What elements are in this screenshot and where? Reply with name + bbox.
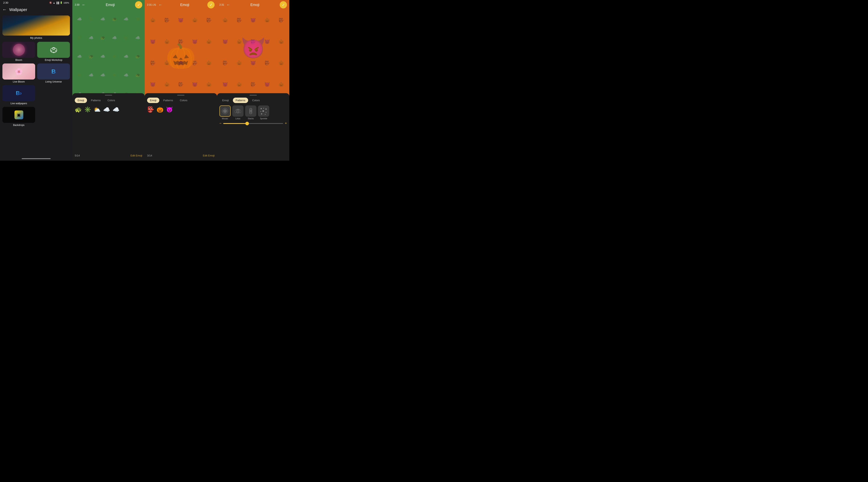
backdrops-item[interactable]: ▣ Backdrops: [2, 107, 35, 127]
wallpaper-row-2: 🌸 Live Bloom B Living Universe: [2, 63, 70, 83]
tab-patterns-4[interactable]: Patterns: [233, 98, 248, 103]
tab-emoji-3[interactable]: Emoji: [147, 98, 159, 103]
edit-emoji-3[interactable]: Edit Emoji: [203, 154, 215, 157]
size-slider: − +: [219, 121, 287, 126]
emoji-cloud3[interactable]: ☁️: [113, 106, 120, 113]
live-bloom-item[interactable]: 🌸 Live Bloom: [2, 63, 35, 83]
back-btn-4[interactable]: ←: [226, 3, 230, 7]
top-bar-1: ← Wallpaper: [0, 5, 72, 14]
living-universe-item[interactable]: B Living Universe: [37, 63, 70, 83]
back-btn-2[interactable]: ←: [82, 3, 85, 7]
emoji-devil[interactable]: 👿: [166, 106, 173, 113]
live-bloom-thumb[interactable]: 🌸: [2, 63, 35, 79]
turtle-svg: [49, 46, 59, 54]
bottom-sheet-2: Emoji Patterns Colors 🐢 ✳️ ⛅ ☁️ ☁️ 5/14 …: [72, 93, 145, 161]
svg-point-6: [54, 48, 55, 49]
tab-colors-4[interactable]: Colors: [249, 98, 262, 103]
wallpaper-row-1: Bloom Emoji Workshop: [2, 42, 70, 61]
tab-row-3: Emoji Patterns Colors: [147, 98, 215, 103]
pattern-lotus[interactable]: Lotus: [232, 105, 244, 120]
back-button-1[interactable]: ←: [2, 7, 7, 12]
svg-point-22: [260, 108, 262, 109]
stacks-svg: [246, 107, 255, 116]
large-pumpkin: 🎃: [166, 42, 196, 70]
pattern-mosaic[interactable]: Mosaic: [219, 105, 231, 120]
tab-colors-3[interactable]: Colors: [177, 98, 190, 103]
emoji-cloud1[interactable]: ⛅: [94, 106, 101, 113]
emoji-goblin[interactable]: 👺: [147, 106, 154, 113]
bloom-label: Bloom: [15, 59, 22, 61]
wallpaper-grid: My photos Bloom: [0, 14, 72, 157]
pattern-sprinkle[interactable]: Sprinkle: [258, 105, 269, 120]
emoji-turtle[interactable]: 🐢: [75, 106, 82, 113]
emoji-workshop-item[interactable]: Emoji Workshop: [37, 42, 70, 61]
bloom-item[interactable]: Bloom: [2, 42, 35, 61]
wallpaper-row-3: B› Live wallpapers: [2, 85, 70, 105]
sheet-footer-3: 3/14 Edit Emoji: [147, 153, 215, 159]
slider-track[interactable]: [223, 123, 283, 124]
edit-emoji-2[interactable]: Edit Emoji: [130, 154, 142, 157]
live-wallpapers-thumb[interactable]: B›: [2, 85, 35, 101]
sheet-handle-2: [105, 95, 112, 96]
lte-label: LTE: [153, 4, 156, 6]
check-button-3[interactable]: ✓: [207, 1, 215, 8]
sprinkle-thumb[interactable]: [258, 105, 269, 117]
back-btn-3[interactable]: ←: [158, 3, 162, 7]
lotus-thumb[interactable]: [232, 105, 244, 117]
emoji-count-3: 3/14: [147, 154, 152, 157]
slider-thumb[interactable]: [245, 122, 249, 125]
page-title-1: Wallpaper: [9, 7, 27, 12]
backdrops-label: Backdrops: [13, 124, 25, 127]
check-button-2[interactable]: ✓: [135, 1, 142, 8]
my-photos-section[interactable]: My photos: [2, 15, 70, 39]
bottom-sheet-4: Emoji Patterns Colors Mosaic: [217, 93, 289, 161]
wallpaper-row-4: ▣ Backdrops: [2, 107, 70, 127]
emoji-workshop-thumb[interactable]: [37, 42, 70, 58]
svg-point-5: [53, 48, 53, 49]
tab-patterns-2[interactable]: Patterns: [88, 98, 103, 103]
lotus-label: Lotus: [236, 118, 240, 120]
living-universe-thumb[interactable]: B: [37, 63, 70, 79]
emoji-sparkle[interactable]: ✳️: [84, 106, 91, 113]
mute-icon: 🔇: [49, 1, 52, 4]
check-button-4[interactable]: ✓: [280, 1, 287, 8]
svg-point-23: [263, 108, 264, 109]
panel-title-3: Emoji: [162, 3, 207, 7]
svg-point-2: [51, 51, 52, 52]
emoji-pumpkin[interactable]: 🎃: [157, 106, 163, 113]
battery-icon: 🔋: [60, 1, 63, 4]
living-universe-label: Living Universe: [45, 80, 62, 83]
panel-title-4: Emoji: [230, 3, 280, 7]
emoji-orange-panel-1: 🎃 👺 👿 🎃 👺 👿 🎃 👺 👿 🎃 👺 🎃 👿 👺 🎃 👿 🎃 👺 👿 🎃 …: [145, 0, 217, 161]
emoji-picker-3: 👺 🎃 👿: [147, 105, 215, 114]
slider-plus[interactable]: +: [285, 121, 287, 126]
emoji-count-2: 5/14: [75, 154, 80, 157]
slider-minus[interactable]: −: [219, 121, 222, 126]
svg-rect-13: [234, 107, 242, 115]
pattern-stacks[interactable]: Stacks: [245, 105, 256, 120]
bloom-thumb[interactable]: [2, 42, 35, 58]
my-photos-thumb[interactable]: [2, 15, 70, 36]
time-2: 2:30: [75, 3, 80, 6]
tab-emoji-2[interactable]: Emoji: [75, 98, 87, 103]
battery-percent: 100%: [63, 2, 69, 4]
bloom-flower: [13, 44, 25, 56]
svg-point-28: [261, 113, 262, 115]
emoji-orange-panel-2: 🎃 👺 👿 🎃 👺 👿 🎃 👺 👿 🎃 👺 🎃 👿 👺 🎃 👿 🎃 👺 👿 🎃 …: [217, 0, 289, 161]
my-photos-preview: [2, 15, 70, 36]
panel-title-2: Emoji: [85, 3, 135, 7]
emoji-cloud2[interactable]: ☁️: [103, 106, 110, 113]
stacks-thumb[interactable]: [245, 105, 256, 117]
live-bloom-label: Live Bloom: [13, 80, 25, 83]
bottom-sheet-3: Emoji Patterns Colors 👺 🎃 👿 3/14 Edit Em…: [145, 93, 217, 161]
wallpaper-list-panel: 2:30 🔇 ▲ ▐▐ 🔋 100% ← Wallpaper My photos: [0, 0, 72, 161]
live-wallpapers-item[interactable]: B› Live wallpapers: [2, 85, 35, 105]
mosaic-thumb[interactable]: [219, 105, 231, 117]
tab-colors-2[interactable]: Colors: [105, 98, 118, 103]
emoji-green-panel: ☁️ ✳️ ☁️ 🐢 ☁️ ✳️ ✳️ ☁️ 🐢 ☁️ ✳️ ☁️ ☁️ 🐢 ☁…: [72, 0, 145, 161]
backdrops-thumb[interactable]: ▣: [2, 107, 35, 123]
sprinkle-svg: [259, 107, 268, 116]
tab-patterns-3[interactable]: Patterns: [160, 98, 176, 103]
tab-emoji-4[interactable]: Emoji: [219, 98, 232, 103]
slider-fill: [223, 123, 247, 124]
